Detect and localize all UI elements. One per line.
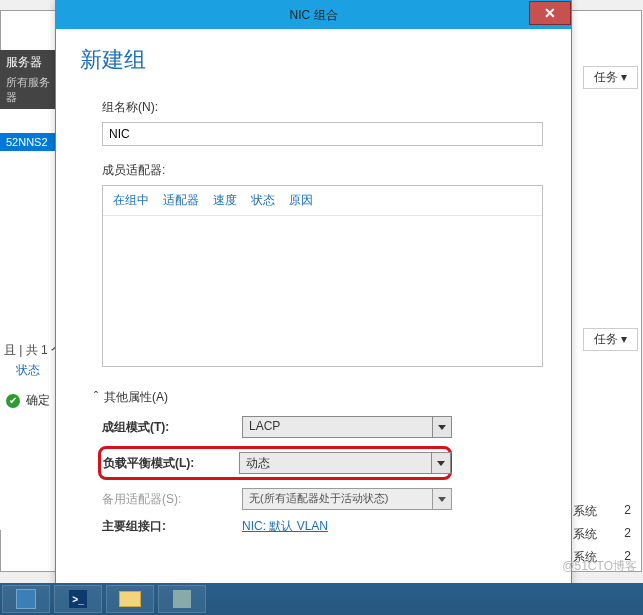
members-listbox[interactable]: 在组中 适配器 速度 状态 原因 (102, 185, 543, 367)
teaming-mode-combo[interactable]: LACP (242, 416, 452, 438)
col-speed[interactable]: 速度 (213, 192, 237, 209)
chevron-up-icon: ˆ (94, 390, 98, 404)
teaming-mode-value: LACP (243, 417, 432, 437)
lb-mode-combo[interactable]: 动态 (239, 452, 451, 474)
server-panel-subtitle: 所有服务器 (0, 75, 60, 109)
ok-icon: ✔ (6, 394, 20, 408)
lb-mode-value: 动态 (240, 453, 431, 473)
status-col: 状态 (16, 362, 40, 379)
dropdown-icon (432, 489, 451, 509)
task-item[interactable]: >_ (54, 585, 102, 613)
col-in-team[interactable]: 在组中 (113, 192, 149, 209)
lb-mode-label: 负载平衡模式(L): (103, 455, 239, 472)
svg-marker-1 (437, 461, 445, 466)
ok-status: ✔ 确定 (6, 392, 50, 409)
svg-marker-2 (438, 497, 446, 502)
members-header: 在组中 适配器 速度 状态 原因 (103, 186, 542, 216)
tasks-button-1[interactable]: 任务 ▾ (583, 66, 638, 89)
teaming-mode-label: 成组模式(T): (102, 419, 242, 436)
task-item[interactable] (2, 585, 50, 613)
col-reason[interactable]: 原因 (289, 192, 313, 209)
taskbar[interactable]: >_ (0, 583, 643, 615)
task-item[interactable] (106, 585, 154, 613)
highlight-box: 负载平衡模式(L): 动态 (98, 446, 452, 480)
other-props-toggle[interactable]: ˆ 其他属性(A) (94, 389, 547, 406)
tasks-button-2[interactable]: 任务 ▾ (583, 328, 638, 351)
members-label: 成员适配器: (102, 162, 543, 179)
server-selected[interactable]: 52NNS2 (0, 133, 60, 151)
server-panel-title: 服务器 (0, 50, 60, 75)
titlebar[interactable]: NIC 组合 ✕ (56, 1, 571, 29)
dropdown-icon (431, 453, 450, 473)
app-icon (173, 590, 191, 608)
server-panel: 服务器 所有服务器 52NNS2 (0, 50, 60, 530)
dialog-title: NIC 组合 (290, 7, 338, 24)
task-item[interactable] (158, 585, 206, 613)
primary-if-link[interactable]: NIC: 默认 VLAN (242, 519, 328, 533)
col-adapter[interactable]: 适配器 (163, 192, 199, 209)
primary-if-label: 主要组接口: (102, 518, 242, 535)
standby-label: 备用适配器(S): (102, 491, 242, 508)
dropdown-icon (432, 417, 451, 437)
nic-team-dialog: NIC 组合 ✕ 新建组 组名称(N): 成员适配器: 在组中 适配器 速度 状… (55, 0, 572, 615)
other-props-label: 其他属性(A) (104, 389, 168, 406)
powershell-icon: >_ (69, 590, 87, 608)
svg-marker-0 (438, 425, 446, 430)
watermark: @51CTO博客 (562, 558, 637, 575)
server-manager-icon (16, 589, 36, 609)
dialog-heading: 新建组 (80, 45, 547, 75)
close-icon: ✕ (544, 5, 556, 21)
group-name-input[interactable] (102, 122, 543, 146)
standby-combo[interactable]: 无(所有适配器处于活动状态) (242, 488, 452, 510)
close-button[interactable]: ✕ (529, 1, 571, 25)
explorer-icon (119, 591, 141, 607)
col-state[interactable]: 状态 (251, 192, 275, 209)
group-name-label: 组名称(N): (102, 99, 543, 116)
standby-value: 无(所有适配器处于活动状态) (243, 489, 432, 509)
